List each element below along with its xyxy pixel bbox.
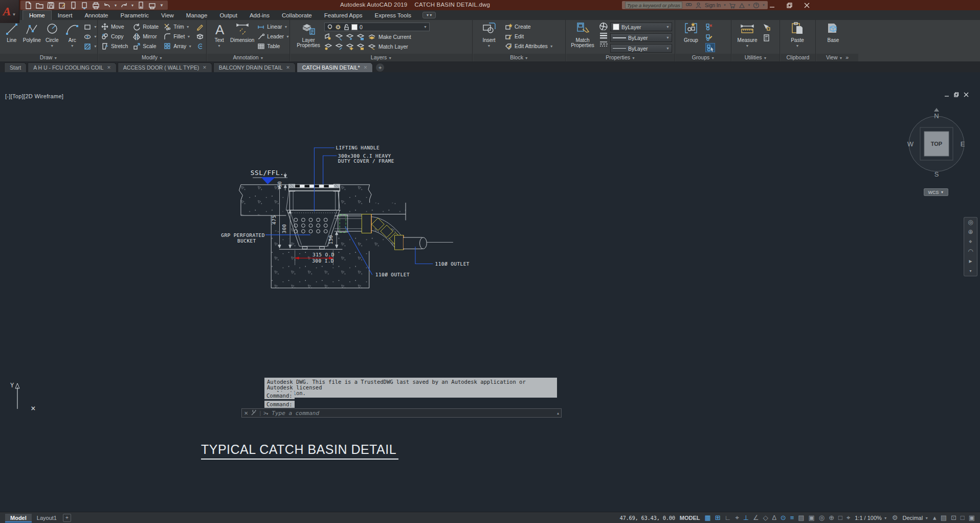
polar-tracking-icon[interactable]: ∠ xyxy=(753,513,759,523)
panel-label-utilities[interactable]: Utilities ▼ xyxy=(732,54,779,61)
file-tab[interactable]: BALCONY DRAIN DETAIL✕ xyxy=(213,62,296,72)
annotation-monitor-icon[interactable]: ▴ xyxy=(933,513,937,523)
units-control[interactable]: Decimal▼ xyxy=(902,515,928,521)
mobile-app-icon[interactable] xyxy=(137,2,145,9)
linear-dimension-button[interactable]: Linear▼ xyxy=(257,23,289,31)
object-snap-tracking-icon[interactable]: ∆ xyxy=(772,513,776,523)
linetype-combo[interactable]: ByLayer▼ xyxy=(610,44,672,53)
ribbon-tab-parametric[interactable]: Parametric xyxy=(115,11,155,20)
share-device-icon[interactable] xyxy=(70,2,77,9)
dynamic-ucs-icon[interactable]: ⊕ xyxy=(829,513,834,523)
explode-button[interactable] xyxy=(196,32,204,40)
ribbon-tab-manage[interactable]: Manage xyxy=(180,11,214,20)
panel-label-view[interactable]: View ▼ » xyxy=(816,54,858,61)
ribbon-overflow[interactable]: » xyxy=(845,54,849,60)
layer-color-swatch[interactable] xyxy=(351,24,358,30)
line-button[interactable]: Line xyxy=(2,21,21,43)
array-button[interactable]: Array▼ xyxy=(164,42,192,50)
exchange-dropdown-icon[interactable]: ▾ xyxy=(748,3,750,7)
quick-select-button[interactable] xyxy=(763,23,770,31)
insert-block-button[interactable]: Insert▼ xyxy=(476,21,502,49)
quick-properties-icon[interactable]: ▤ xyxy=(941,513,947,523)
trim-button[interactable]: Trim▼ xyxy=(164,23,192,31)
arc-button[interactable]: Arc▼ xyxy=(63,21,82,49)
create-block-button[interactable]: Create xyxy=(505,23,553,31)
paste-button[interactable]: Paste▼ xyxy=(786,21,809,49)
cloud-upload-icon[interactable] xyxy=(81,2,88,9)
linetype-icon[interactable] xyxy=(599,41,608,48)
sign-in-dropdown-icon[interactable]: ▾ xyxy=(724,3,726,7)
panel-label-groups[interactable]: Groups ▼ xyxy=(676,54,731,61)
chevron-down-icon[interactable]: ▼ xyxy=(217,43,221,49)
layer-lock-icon[interactable] xyxy=(357,33,364,40)
chevron-down-icon[interactable]: ▼ xyxy=(796,43,799,49)
lineweight-icon[interactable] xyxy=(599,32,608,39)
layer-freeze-sun-icon[interactable] xyxy=(335,24,341,30)
file-tab[interactable]: A H U - FCU COOLING COIL✕ xyxy=(28,62,117,72)
group-button[interactable]: Group xyxy=(679,21,703,43)
object-color-combo[interactable]: ByLayer▼ xyxy=(610,23,672,31)
model-tab[interactable]: Model xyxy=(5,514,32,522)
make-current-icon[interactable] xyxy=(367,33,375,40)
infer-constraints-icon[interactable]: ∟ xyxy=(725,513,731,523)
match-properties-button[interactable]: Match Properties xyxy=(568,21,597,48)
measure-button[interactable]: Measure▼ xyxy=(734,21,761,49)
file-tab-close-icon[interactable]: ✕ xyxy=(203,65,207,70)
chevron-down-icon[interactable]: ▼ xyxy=(187,35,190,38)
chevron-down-icon[interactable]: ▼ xyxy=(746,43,749,49)
hatch-tool-button[interactable]: ▼ xyxy=(84,42,97,50)
chevron-down-icon[interactable]: ▼ xyxy=(487,43,491,49)
edit-attributes-button[interactable]: Edit Attributes▼ xyxy=(505,42,553,50)
layer-off-icon[interactable] xyxy=(324,33,332,40)
file-tab[interactable]: ACCESS DOOR ( WALL TYPE)✕ xyxy=(118,62,212,72)
3d-object-snap-icon[interactable]: ◎ xyxy=(819,513,825,523)
application-menu-button[interactable]: A ▼ xyxy=(0,0,19,23)
restore-button[interactable] xyxy=(784,1,795,9)
ribbon-tab-insert[interactable]: Insert xyxy=(52,11,79,20)
chevron-down-icon[interactable]: ▼ xyxy=(424,25,427,29)
file-tab[interactable]: CATCH BASIN DETAIL*✕ xyxy=(297,62,373,72)
dynamic-input-icon[interactable]: ⌖ xyxy=(735,513,739,523)
plot-icon[interactable] xyxy=(92,2,100,9)
lock-ui-icon[interactable]: ⊡ xyxy=(951,513,956,523)
redo-dropdown-icon[interactable]: ▾ xyxy=(131,3,133,8)
ortho-mode-icon[interactable]: ⊥ xyxy=(743,513,749,523)
layer-on-all-icon[interactable] xyxy=(324,43,332,50)
autodesk-exchange-icon[interactable] xyxy=(739,2,745,9)
layer-select-combo[interactable]: 0 ▼ xyxy=(324,23,430,31)
panel-label-modify[interactable]: Modify ▼ xyxy=(98,54,206,61)
workspace-switching-gear-icon[interactable]: ⚙ xyxy=(892,513,898,523)
layer-unlock-all-icon[interactable] xyxy=(357,43,364,50)
ribbon-tab-add-ins[interactable]: Add-ins xyxy=(243,11,276,20)
layer-unisolate-icon[interactable] xyxy=(335,43,343,50)
ribbon-tab-collaborate[interactable]: Collaborate xyxy=(276,11,318,20)
isolate-objects-icon[interactable]: □ xyxy=(961,513,965,523)
selection-filtering-icon[interactable]: □ xyxy=(838,513,842,523)
app-store-cart-icon[interactable] xyxy=(729,2,736,9)
overkill-button[interactable] xyxy=(196,42,204,50)
polyline-button[interactable]: Polyline xyxy=(23,21,42,43)
ribbon-tab-output[interactable]: Output xyxy=(213,11,243,20)
undo-icon[interactable] xyxy=(103,2,111,9)
snap-mode-icon[interactable]: ⊞ xyxy=(715,513,721,523)
new-drawing-tab-button[interactable]: + xyxy=(376,63,384,72)
base-view-button[interactable]: Base xyxy=(821,21,845,43)
scale-button[interactable]: Scale xyxy=(133,42,159,50)
layer-properties-button[interactable]: Layer Properties xyxy=(293,21,324,48)
panel-label-annotation[interactable]: Annotation ▼ xyxy=(207,54,289,61)
new-layout-button[interactable]: + xyxy=(63,514,71,522)
file-tab-close-icon[interactable]: ✕ xyxy=(364,65,368,70)
ellipse-tool-button[interactable]: ▼ xyxy=(84,32,97,40)
file-tab-close-icon[interactable]: ✕ xyxy=(286,65,290,70)
search-input[interactable] xyxy=(625,2,682,9)
sign-in-button[interactable]: Sign In xyxy=(705,3,721,8)
search-icon[interactable] xyxy=(685,2,692,9)
close-button[interactable] xyxy=(801,1,812,9)
grid-icon[interactable]: ▦ xyxy=(705,513,711,523)
lineweight-icon[interactable]: ≡ xyxy=(790,513,794,523)
layer-unlock-icon[interactable] xyxy=(343,24,349,30)
group-edit-button[interactable] xyxy=(705,33,715,41)
isometric-drafting-icon[interactable]: ◇ xyxy=(763,513,768,523)
match-layer-icon[interactable] xyxy=(367,43,375,50)
new-file-icon[interactable] xyxy=(25,2,32,9)
